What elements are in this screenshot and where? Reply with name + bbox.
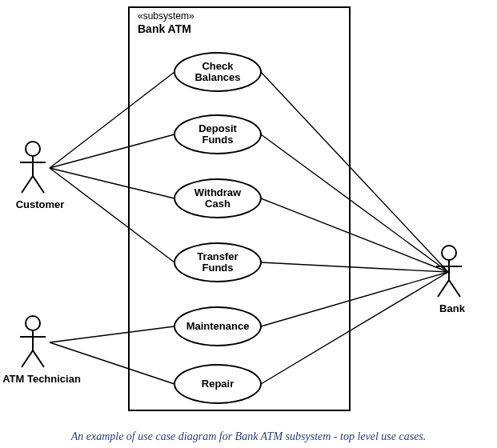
subsystem-stereotype: «subsystem» — [138, 11, 341, 22]
subsystem-name: Bank ATM — [138, 22, 341, 35]
svg-line-4 — [33, 176, 44, 193]
svg-line-9 — [33, 350, 44, 367]
svg-point-5 — [26, 316, 40, 330]
actor-bank — [432, 244, 466, 300]
svg-line-8 — [22, 350, 33, 367]
actor-customer — [16, 140, 50, 196]
usecase-deposit-funds-label: DepositFunds — [194, 123, 242, 146]
actor-customer-label: Customer — [8, 198, 72, 210]
svg-line-3 — [22, 176, 33, 193]
usecase-check-balances-label: CheckBalances — [190, 61, 245, 84]
actor-bank-label: Bank — [432, 302, 472, 314]
usecase-maintenance: Maintenance — [174, 306, 262, 346]
usecase-withdraw-cash-label: WithdrawCash — [190, 187, 246, 210]
svg-point-0 — [26, 142, 40, 156]
usecase-transfer-funds-label: TransferFunds — [192, 251, 242, 274]
usecase-withdraw-cash: WithdrawCash — [174, 178, 262, 218]
stick-figure-icon — [432, 244, 466, 300]
usecase-repair: Repair — [174, 364, 262, 404]
subsystem-header: «subsystem» Bank ATM — [138, 11, 341, 35]
svg-line-14 — [449, 280, 460, 297]
stick-figure-icon — [16, 314, 50, 370]
usecase-transfer-funds: TransferFunds — [174, 242, 262, 282]
usecase-check-balances: CheckBalances — [174, 52, 262, 92]
actor-technician-label: ATM Technician — [0, 373, 90, 385]
usecase-maintenance-label: Maintenance — [182, 321, 255, 332]
actor-technician — [16, 314, 50, 370]
svg-line-13 — [438, 280, 449, 297]
stick-figure-icon — [16, 140, 50, 196]
use-case-diagram: «subsystem» Bank ATM CheckBalances Depos… — [0, 0, 497, 448]
svg-point-10 — [442, 246, 456, 260]
usecase-deposit-funds: DepositFunds — [174, 114, 262, 154]
diagram-caption: An example of use case diagram for Bank … — [0, 430, 497, 443]
usecase-repair-label: Repair — [197, 378, 238, 390]
